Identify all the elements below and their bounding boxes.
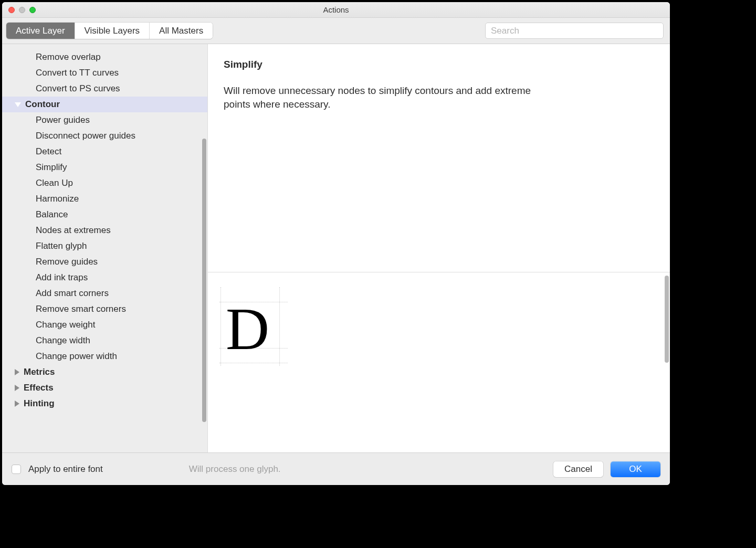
main-area: Remove overlap Convert to TT curves Conv… xyxy=(2,44,670,452)
search-input[interactable] xyxy=(485,23,664,39)
toolbar: Active Layer Visible Layers All Masters xyxy=(2,18,670,44)
list-item[interactable]: Nodes at extremes xyxy=(2,223,207,238)
apply-entire-font-label: Apply to entire font xyxy=(28,464,103,475)
list-item[interactable]: Remove guides xyxy=(2,254,207,270)
list-item[interactable]: Change weight xyxy=(2,317,207,333)
window-title: Actions xyxy=(2,5,670,14)
category-contour[interactable]: Contour xyxy=(2,97,207,112)
ok-button[interactable]: OK xyxy=(611,461,660,477)
list-item[interactable]: Convert to PS curves xyxy=(2,81,207,97)
preview-glyph: D xyxy=(226,299,269,359)
list-item[interactable]: Remove overlap xyxy=(2,49,207,65)
glyph-preview: D xyxy=(208,272,670,452)
category-label: Contour xyxy=(25,99,60,110)
glyph-box: D xyxy=(219,287,288,366)
titlebar: Actions xyxy=(2,2,670,18)
list-item[interactable]: Remove smart corners xyxy=(2,301,207,317)
chevron-down-icon xyxy=(15,102,21,107)
category-label: Metrics xyxy=(24,367,55,377)
list-item[interactable]: Disconnect power guides xyxy=(2,128,207,144)
description-area: Simplify Will remove unnecessary nodes t… xyxy=(208,44,670,121)
list-item[interactable]: Harmonize xyxy=(2,191,207,207)
status-text: Will process one glyph. xyxy=(189,464,281,475)
segment-visible-layers[interactable]: Visible Layers xyxy=(75,23,150,39)
list-item[interactable]: Simplify xyxy=(2,160,207,175)
list-item[interactable]: Balance xyxy=(2,207,207,223)
category-effects[interactable]: Effects xyxy=(2,380,207,396)
category-label: Hinting xyxy=(24,398,55,409)
actions-sidebar: Remove overlap Convert to TT curves Conv… xyxy=(2,44,208,452)
list-item[interactable]: Change width xyxy=(2,333,207,349)
chevron-right-icon xyxy=(15,385,19,391)
actions-window: Actions Active Layer Visible Layers All … xyxy=(2,2,670,485)
category-hinting[interactable]: Hinting xyxy=(2,396,207,412)
category-label: Effects xyxy=(24,383,54,393)
list-item[interactable]: Add ink traps xyxy=(2,270,207,286)
segment-active-layer[interactable]: Active Layer xyxy=(6,23,75,39)
list-item[interactable]: Detect xyxy=(2,144,207,160)
chevron-right-icon xyxy=(15,369,19,375)
action-description: Will remove unnecessary nodes to simplif… xyxy=(224,84,533,111)
list-item[interactable]: Power guides xyxy=(2,112,207,128)
chevron-right-icon xyxy=(15,401,19,407)
cancel-button[interactable]: Cancel xyxy=(553,461,603,477)
scope-segmented-control: Active Layer Visible Layers All Masters xyxy=(6,23,213,39)
sidebar-scrollbar[interactable] xyxy=(202,139,206,422)
list-item[interactable]: Convert to TT curves xyxy=(2,65,207,81)
actions-tree: Remove overlap Convert to TT curves Conv… xyxy=(2,44,207,417)
list-item[interactable]: Change power width xyxy=(2,349,207,364)
list-item[interactable]: Flatten glyph xyxy=(2,238,207,254)
action-title: Simplify xyxy=(224,59,654,70)
apply-entire-font-checkbox[interactable] xyxy=(12,465,21,474)
segment-all-masters[interactable]: All Masters xyxy=(150,23,213,39)
list-item[interactable]: Clean Up xyxy=(2,175,207,191)
preview-scrollbar[interactable] xyxy=(665,276,669,363)
footer: Apply to entire font Will process one gl… xyxy=(2,452,670,485)
category-metrics[interactable]: Metrics xyxy=(2,364,207,380)
detail-pane: Simplify Will remove unnecessary nodes t… xyxy=(208,44,670,452)
list-item[interactable]: Add smart corners xyxy=(2,286,207,301)
